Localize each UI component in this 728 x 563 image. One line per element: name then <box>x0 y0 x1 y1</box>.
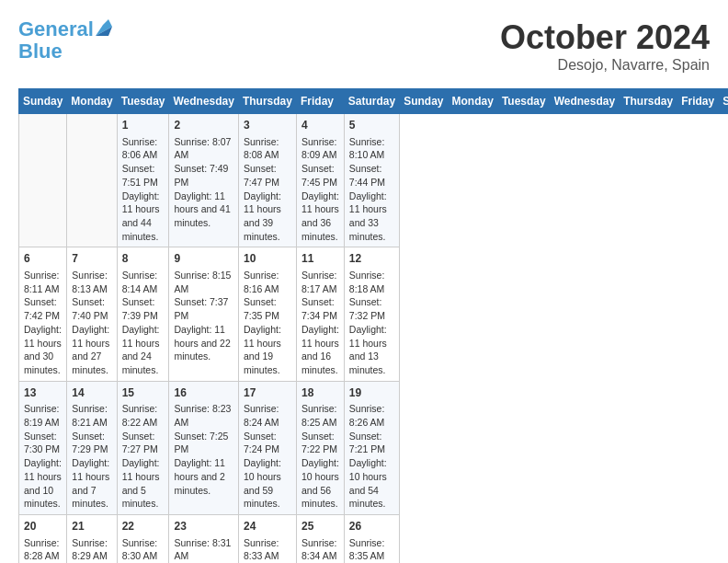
header-monday: Monday <box>67 89 117 114</box>
calendar-cell: 19Sunrise: 8:26 AM Sunset: 7:21 PM Dayli… <box>344 381 399 514</box>
calendar-cell: 3Sunrise: 8:08 AM Sunset: 7:47 PM Daylig… <box>238 114 296 247</box>
cell-content: Sunrise: 8:33 AM Sunset: 7:13 PM Dayligh… <box>244 536 291 563</box>
header-saturday: Saturday <box>344 89 399 114</box>
header-sunday: Sunday <box>19 89 67 114</box>
day-number: 11 <box>301 251 339 267</box>
calendar-cell: 17Sunrise: 8:24 AM Sunset: 7:24 PM Dayli… <box>238 381 296 514</box>
day-number: 22 <box>122 519 165 534</box>
calendar-cell: 26Sunrise: 8:35 AM Sunset: 7:10 PM Dayli… <box>344 514 399 563</box>
month-title: October 2024 <box>500 18 710 57</box>
location-title: Desojo, Navarre, Spain <box>500 57 710 74</box>
day-number: 17 <box>244 385 291 401</box>
day-number: 26 <box>349 519 394 534</box>
day-number: 1 <box>122 118 165 133</box>
calendar-cell <box>67 114 117 247</box>
cell-content: Sunrise: 8:30 AM Sunset: 7:16 PM Dayligh… <box>122 536 165 563</box>
cell-content: Sunrise: 8:21 AM Sunset: 7:29 PM Dayligh… <box>72 402 111 511</box>
calendar-week-3: 13Sunrise: 8:19 AM Sunset: 7:30 PM Dayli… <box>19 381 729 514</box>
calendar-cell: 5Sunrise: 8:10 AM Sunset: 7:44 PM Daylig… <box>344 114 399 247</box>
calendar-cell: 15Sunrise: 8:22 AM Sunset: 7:27 PM Dayli… <box>117 381 169 514</box>
cell-content: Sunrise: 8:19 AM Sunset: 7:30 PM Dayligh… <box>24 402 62 511</box>
calendar-cell: 20Sunrise: 8:28 AM Sunset: 7:19 PM Dayli… <box>19 514 67 563</box>
calendar-cell: 2Sunrise: 8:07 AM Sunset: 7:49 PM Daylig… <box>169 114 238 247</box>
calendar-cell: 10Sunrise: 8:16 AM Sunset: 7:35 PM Dayli… <box>238 247 296 381</box>
cell-content: Sunrise: 8:23 AM Sunset: 7:25 PM Dayligh… <box>174 402 233 497</box>
cell-content: Sunrise: 8:15 AM Sunset: 7:37 PM Dayligh… <box>174 269 233 363</box>
cell-content: Sunrise: 8:29 AM Sunset: 7:17 PM Dayligh… <box>72 536 111 563</box>
calendar-cell: 18Sunrise: 8:25 AM Sunset: 7:22 PM Dayli… <box>296 381 344 514</box>
day-number: 13 <box>24 385 62 401</box>
calendar-cell: 23Sunrise: 8:31 AM Sunset: 7:14 PM Dayli… <box>169 514 238 563</box>
day-number: 7 <box>72 251 111 267</box>
day-number: 10 <box>244 251 291 267</box>
calendar-table: SundayMondayTuesdayWednesdayThursdayFrid… <box>18 88 728 563</box>
calendar-week-4: 20Sunrise: 8:28 AM Sunset: 7:19 PM Dayli… <box>19 514 729 563</box>
day-number: 5 <box>349 118 394 133</box>
cell-content: Sunrise: 8:08 AM Sunset: 7:47 PM Dayligh… <box>244 135 291 244</box>
calendar-header-row: SundayMondayTuesdayWednesdayThursdayFrid… <box>19 89 729 114</box>
header-sunday: Sunday <box>400 89 448 114</box>
day-number: 2 <box>174 118 233 133</box>
calendar-cell: 12Sunrise: 8:18 AM Sunset: 7:32 PM Dayli… <box>344 247 399 381</box>
calendar-cell: 8Sunrise: 8:14 AM Sunset: 7:39 PM Daylig… <box>117 247 169 381</box>
calendar-cell: 1Sunrise: 8:06 AM Sunset: 7:51 PM Daylig… <box>117 114 169 247</box>
cell-content: Sunrise: 8:14 AM Sunset: 7:39 PM Dayligh… <box>122 269 165 377</box>
day-number: 4 <box>301 118 339 133</box>
cell-content: Sunrise: 8:17 AM Sunset: 7:34 PM Dayligh… <box>301 269 339 377</box>
day-number: 25 <box>301 519 339 534</box>
header-wednesday: Wednesday <box>550 89 619 114</box>
day-number: 16 <box>174 385 233 401</box>
header-thursday: Thursday <box>620 89 677 114</box>
calendar-cell: 21Sunrise: 8:29 AM Sunset: 7:17 PM Dayli… <box>67 514 117 563</box>
cell-content: Sunrise: 8:24 AM Sunset: 7:24 PM Dayligh… <box>244 402 291 511</box>
calendar-cell: 4Sunrise: 8:09 AM Sunset: 7:45 PM Daylig… <box>296 114 344 247</box>
header-friday: Friday <box>296 89 344 114</box>
header-thursday: Thursday <box>238 89 296 114</box>
header-tuesday: Tuesday <box>497 89 550 114</box>
day-number: 15 <box>122 385 165 401</box>
cell-content: Sunrise: 8:09 AM Sunset: 7:45 PM Dayligh… <box>301 135 339 244</box>
title-area: October 2024 Desojo, Navarre, Spain <box>500 18 710 74</box>
header-monday: Monday <box>448 89 497 114</box>
cell-content: Sunrise: 8:22 AM Sunset: 7:27 PM Dayligh… <box>122 402 165 511</box>
cell-content: Sunrise: 8:31 AM Sunset: 7:14 PM Dayligh… <box>174 536 233 563</box>
day-number: 14 <box>72 385 111 401</box>
header-saturday: Saturday <box>719 89 728 114</box>
cell-content: Sunrise: 8:18 AM Sunset: 7:32 PM Dayligh… <box>349 269 394 377</box>
cell-content: Sunrise: 8:28 AM Sunset: 7:19 PM Dayligh… <box>24 536 62 563</box>
logo-blue: Blue <box>18 40 63 63</box>
day-number: 12 <box>349 251 394 267</box>
calendar-cell: 11Sunrise: 8:17 AM Sunset: 7:34 PM Dayli… <box>296 247 344 381</box>
calendar-cell: 25Sunrise: 8:34 AM Sunset: 7:12 PM Dayli… <box>296 514 344 563</box>
day-number: 8 <box>122 251 165 267</box>
cell-content: Sunrise: 8:11 AM Sunset: 7:42 PM Dayligh… <box>24 269 62 377</box>
calendar-week-2: 6Sunrise: 8:11 AM Sunset: 7:42 PM Daylig… <box>19 247 729 381</box>
calendar-cell: 24Sunrise: 8:33 AM Sunset: 7:13 PM Dayli… <box>238 514 296 563</box>
calendar-week-1: 1Sunrise: 8:06 AM Sunset: 7:51 PM Daylig… <box>19 114 729 247</box>
calendar-cell <box>19 114 67 247</box>
calendar-cell: 14Sunrise: 8:21 AM Sunset: 7:29 PM Dayli… <box>67 381 117 514</box>
cell-content: Sunrise: 8:16 AM Sunset: 7:35 PM Dayligh… <box>244 269 291 377</box>
cell-content: Sunrise: 8:13 AM Sunset: 7:40 PM Dayligh… <box>72 269 111 377</box>
calendar-cell: 13Sunrise: 8:19 AM Sunset: 7:30 PM Dayli… <box>19 381 67 514</box>
day-number: 24 <box>244 519 291 534</box>
calendar-cell: 6Sunrise: 8:11 AM Sunset: 7:42 PM Daylig… <box>19 247 67 381</box>
header-tuesday: Tuesday <box>117 89 169 114</box>
day-number: 21 <box>72 519 111 534</box>
header-wednesday: Wednesday <box>169 89 238 114</box>
calendar-cell: 7Sunrise: 8:13 AM Sunset: 7:40 PM Daylig… <box>67 247 117 381</box>
cell-content: Sunrise: 8:26 AM Sunset: 7:21 PM Dayligh… <box>349 402 394 511</box>
day-number: 20 <box>24 519 62 534</box>
cell-content: Sunrise: 8:35 AM Sunset: 7:10 PM Dayligh… <box>349 536 394 563</box>
calendar-cell: 9Sunrise: 8:15 AM Sunset: 7:37 PM Daylig… <box>169 247 238 381</box>
header-friday: Friday <box>677 89 719 114</box>
day-number: 9 <box>174 251 233 267</box>
day-number: 18 <box>301 385 339 401</box>
logo-text: General <box>18 18 94 40</box>
cell-content: Sunrise: 8:10 AM Sunset: 7:44 PM Dayligh… <box>349 135 394 244</box>
day-number: 3 <box>244 118 291 133</box>
day-number: 6 <box>24 251 62 267</box>
calendar-cell: 16Sunrise: 8:23 AM Sunset: 7:25 PM Dayli… <box>169 381 238 514</box>
calendar-cell: 22Sunrise: 8:30 AM Sunset: 7:16 PM Dayli… <box>117 514 169 563</box>
cell-content: Sunrise: 8:06 AM Sunset: 7:51 PM Dayligh… <box>122 135 165 244</box>
